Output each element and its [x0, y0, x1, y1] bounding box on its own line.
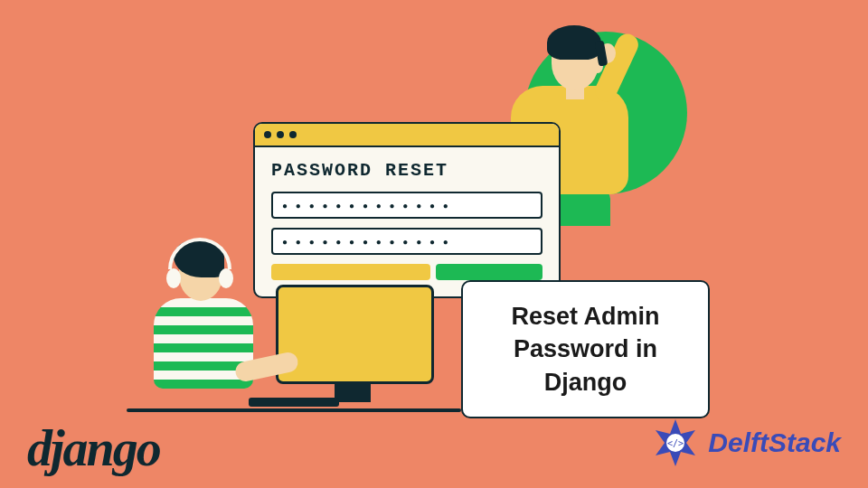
person-at-desk-illustration: [127, 239, 416, 420]
delftstack-text: DelftStack: [708, 427, 841, 458]
password-reset-heading: PASSWORD RESET: [271, 160, 542, 181]
password-input-1: ● ● ● ● ● ● ● ● ● ● ● ● ●: [271, 192, 542, 219]
window-dot-icon: [264, 131, 271, 138]
form-submit-bar: [436, 264, 542, 280]
window-dot-icon: [289, 131, 297, 138]
delftstack-logo: </> DelftStack: [650, 418, 841, 468]
article-title-card: Reset Admin Password in Django: [461, 280, 710, 418]
delftstack-mark-icon: </>: [650, 418, 701, 468]
svg-text:</>: </>: [667, 438, 684, 448]
desk-line: [127, 408, 461, 412]
window-dot-icon: [277, 131, 284, 138]
django-logo: django: [27, 419, 160, 477]
headphones-icon: [168, 238, 231, 269]
article-title: Reset Admin Password in Django: [479, 300, 692, 399]
window-titlebar: [255, 124, 559, 147]
